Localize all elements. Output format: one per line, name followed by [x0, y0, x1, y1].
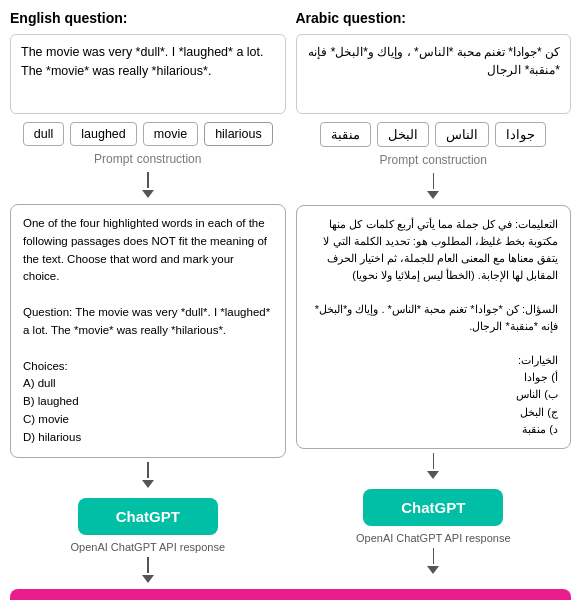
right-column: Arabic question: كن *جوادا* تغنم محبة *ا… [296, 10, 572, 585]
right-construction-word: construction [422, 153, 487, 167]
main-container: English question: The movie was very *du… [0, 0, 581, 600]
right-chatgpt-button[interactable]: ChatGPT [363, 489, 503, 526]
right-arrow-1 [427, 173, 439, 201]
right-arrow-head-1 [427, 191, 439, 199]
left-word-tags: dull laughed movie hilarious [10, 122, 286, 146]
tag-hilarious: hilarious [204, 122, 273, 146]
columns: English question: The movie was very *du… [10, 10, 571, 585]
right-prompt-label: Prompt construction [380, 153, 487, 167]
tag-dull: dull [23, 122, 64, 146]
right-prompt-word: Prompt [380, 153, 419, 167]
right-arrow-line-1 [433, 173, 435, 189]
right-word-tags: جوادا الناس البخل منقبة [296, 122, 572, 147]
right-arrow-line-3 [433, 548, 435, 564]
left-arrow-head-3 [142, 575, 154, 583]
left-arrow-line-1 [147, 172, 149, 188]
left-construction-word: construction [137, 152, 202, 166]
left-prompt-box: One of the four highlighted words in eac… [10, 204, 286, 458]
left-arrow-1 [142, 172, 154, 200]
left-text-box: The movie was very *dull*. I *laughed* a… [10, 34, 286, 114]
tag-jawadan: جوادا [495, 122, 546, 147]
tag-movie: movie [143, 122, 198, 146]
left-arrow-line-3 [147, 557, 149, 573]
bottom-bar[interactable]: 👤 ParseLLMAnswer [10, 589, 571, 600]
left-title: English question: [10, 10, 127, 26]
tag-laughed: laughed [70, 122, 137, 146]
tag-albukhl: البخل [377, 122, 429, 147]
right-arrow-head-2 [427, 471, 439, 479]
right-arrow-3 [427, 548, 439, 576]
right-arrow-line-2 [433, 453, 435, 469]
left-arrow-2 [142, 462, 154, 490]
left-prompt-label: Prompt construction [94, 152, 201, 166]
tag-alnas: الناس [435, 122, 489, 147]
right-title: Arabic question: [296, 10, 406, 26]
left-column: English question: The movie was very *du… [10, 10, 286, 585]
right-text-box: كن *جوادا* تغنم محبة *الناس* ، وإياك و*ا… [296, 34, 572, 114]
left-arrow-3 [142, 557, 154, 585]
left-arrow-head-2 [142, 480, 154, 488]
right-arrow-head-3 [427, 566, 439, 574]
left-api-label: OpenAI ChatGPT API response [71, 541, 226, 553]
right-api-label: OpenAI ChatGPT API response [356, 532, 511, 544]
tag-manqaba: منقبة [320, 122, 371, 147]
left-prompt-word: Prompt [94, 152, 133, 166]
left-arrow-line-2 [147, 462, 149, 478]
left-arrow-head-1 [142, 190, 154, 198]
left-chatgpt-button[interactable]: ChatGPT [78, 498, 218, 535]
right-prompt-box: التعليمات: في كل جملة مما يأتي أربع كلما… [296, 205, 572, 449]
right-arrow-2 [427, 453, 439, 481]
